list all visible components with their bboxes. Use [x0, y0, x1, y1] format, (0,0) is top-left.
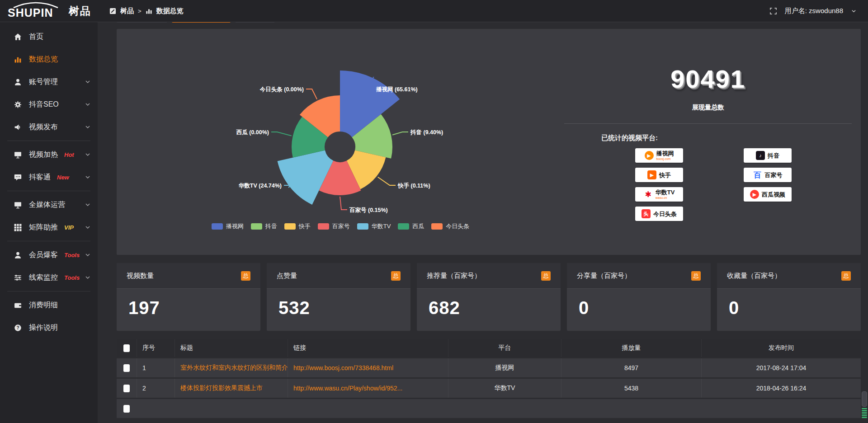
platform-sub: boosj.com [656, 157, 674, 160]
platform-name: 华数TV [656, 189, 675, 195]
chart-panel: 播视网 (65.61%)抖音 (9.40%)快手 (0.11%)百家号 (0.1… [117, 29, 861, 255]
clue-monitor-icon [14, 273, 22, 282]
breadcrumb-root[interactable]: 树品 [120, 7, 134, 15]
sidebar-item-member-baoke[interactable]: 会员爆客Tools [0, 244, 98, 266]
sidebar-item-video-heat[interactable]: 视频加热Hot [0, 143, 98, 166]
sidebar-item-douyin-seo[interactable]: 抖音SEO [0, 93, 98, 116]
stat-card-2: 点赞量总532 [267, 263, 410, 331]
header-cell-1: 序号 [137, 339, 175, 357]
legend-item-百家号[interactable]: 百家号 [318, 222, 350, 230]
header-cell-checkbox [117, 339, 137, 357]
douyin-seo-icon [14, 100, 22, 109]
legend-swatch [398, 223, 409, 230]
main-content: 抖音seo数据全媒体运营数据询盘数据 播视网 (65.61%)抖音 (9.40%… [98, 8, 868, 418]
row-platform: 华数TV [448, 379, 561, 398]
username[interactable]: 用户名: zswodun88 [785, 7, 843, 15]
platform-badge-抖音: ♪抖音 [744, 148, 792, 163]
top-bar: SHUPIN 树品 树品 > 数据总览 用户名: zswodun88 [0, 0, 868, 22]
total-badge[interactable]: 总 [241, 271, 250, 281]
select-all-checkbox[interactable] [123, 344, 130, 352]
row-title[interactable]: 楼体投影灯投影效果震撼上市 [175, 379, 288, 398]
platform-name: 抖音 [768, 153, 779, 159]
sidebar-item-label: 视频发布 [29, 122, 58, 132]
user-menu-chevron-icon[interactable] [851, 9, 856, 14]
fullscreen-icon[interactable] [770, 8, 777, 14]
legend-item-今日头条[interactable]: 今日头条 [431, 222, 469, 230]
sidebar-item-video-publish[interactable]: 视频发布 [0, 116, 98, 138]
row-link[interactable]: http://www.boosj.com/7338468.html [288, 358, 448, 377]
sidebar-item-matrix-boost[interactable]: 矩阵助推VIP [0, 216, 98, 239]
svg-text:?: ? [16, 325, 19, 330]
rose-chart[interactable]: 播视网 (65.61%)抖音 (9.40%)快手 (0.11%)百家号 (0.1… [117, 29, 564, 255]
legend-item-抖音[interactable]: 抖音 [251, 222, 277, 230]
stat-card-value: 0 [717, 289, 861, 318]
table-header: 序号标题链接平台播放量发布时间 [117, 339, 861, 357]
stat-card-value: 197 [117, 289, 260, 318]
svg-text:SHUPIN: SHUPIN [8, 6, 53, 19]
sidebar-item-badge: New [57, 174, 69, 181]
sidebar-item-home[interactable]: 首页 [0, 25, 98, 48]
row-checkbox[interactable] [123, 405, 130, 413]
sidebar-item-douketong[interactable]: 抖客通New [0, 166, 98, 188]
header-cell-4: 平台 [448, 339, 561, 357]
chevron-down-icon[interactable] [85, 202, 90, 207]
operation-guide-icon: ? [14, 324, 22, 332]
douketong-icon [14, 173, 22, 182]
stat-card-title: 推荐量（百家号） [427, 272, 481, 280]
total-badge[interactable]: 总 [541, 271, 551, 281]
chevron-down-icon[interactable] [85, 225, 90, 230]
row-time: 2018-04-26 16:24 [701, 379, 861, 398]
data-overview-icon [14, 55, 22, 64]
legend-item-快手[interactable]: 快手 [284, 222, 311, 230]
chevron-down-icon[interactable] [85, 252, 90, 258]
sidebar-item-label: 矩阵助推 [29, 223, 58, 232]
row-link[interactable]: http://www.wasu.cn/Play/show/id/952... [288, 379, 448, 398]
row-checkbox[interactable] [123, 385, 130, 392]
legend-item-西瓜[interactable]: 西瓜 [398, 222, 424, 230]
table-row[interactable]: 2楼体投影灯投影效果震撼上市http://www.wasu.cn/Play/sh… [117, 379, 861, 398]
stat-card-title: 视频数量 [127, 272, 154, 280]
chevron-down-icon[interactable] [85, 102, 90, 107]
table-row[interactable] [117, 399, 861, 418]
label-line-百家号 [340, 197, 347, 210]
stat-card-3: 推荐量（百家号）总682 [417, 263, 561, 331]
total-badge[interactable]: 总 [391, 271, 401, 281]
chevron-down-icon[interactable] [85, 79, 90, 85]
row-title[interactable]: 室外水纹灯和室内水纹灯的区别和简介 [175, 358, 288, 377]
scrollbar[interactable] [862, 391, 867, 421]
platform-logo-icon: ▶ [647, 170, 656, 179]
chevron-down-icon[interactable] [85, 275, 90, 280]
platform-badge-百家号: 百百家号 [744, 168, 792, 182]
platform-sub: wasu.cn [656, 196, 675, 199]
platform-logo-icon: 头 [642, 209, 651, 218]
total-impressions-label: 展现量总数 [560, 103, 856, 112]
chevron-down-icon[interactable] [85, 124, 90, 130]
slice-华数TV[interactable] [278, 150, 334, 205]
sidebar-item-clue-monitor[interactable]: 线索监控Tools [0, 266, 98, 289]
stat-card-4: 分享量（百家号）总0 [567, 263, 711, 331]
video-publish-icon [14, 123, 22, 132]
sidebar-item-badge: Tools [64, 274, 80, 281]
scrollbar-thumb[interactable] [862, 391, 867, 407]
total-badge[interactable]: 总 [841, 271, 851, 281]
sidebar-item-data-overview[interactable]: 数据总览 [0, 48, 98, 70]
sidebar-item-media-operation[interactable]: 全媒体运营 [0, 193, 98, 216]
matrix-boost-icon [14, 223, 22, 232]
sidebar-item-operation-guide[interactable]: ?操作说明 [0, 316, 98, 339]
slice-label-抖音: 抖音 (9.40%) [410, 129, 443, 136]
legend-item-播视网[interactable]: 播视网 [212, 222, 244, 230]
sidebar-item-label: 会员爆客 [29, 250, 58, 260]
sidebar-item-label: 操作说明 [29, 323, 58, 333]
table-row[interactable]: 1室外水纹灯和室内水纹灯的区别和简介http://www.boosj.com/7… [117, 358, 861, 377]
total-badge[interactable]: 总 [691, 271, 701, 281]
sidebar-item-consume-detail[interactable]: 消费明细 [0, 294, 98, 316]
breadcrumb: 树品 > 数据总览 [98, 7, 184, 15]
legend-item-华数TV[interactable]: 华数TV [357, 222, 391, 230]
chevron-down-icon[interactable] [85, 152, 90, 157]
stat-card-5: 收藏量（百家号）总0 [717, 263, 861, 331]
sidebar-item-badge: Hot [64, 151, 74, 158]
row-checkbox[interactable] [123, 364, 130, 372]
slice-label-华数TV: 华数TV (24.74%) [238, 183, 282, 189]
chevron-down-icon[interactable] [85, 174, 90, 180]
sidebar-item-account-manage[interactable]: 账号管理 [0, 70, 98, 93]
